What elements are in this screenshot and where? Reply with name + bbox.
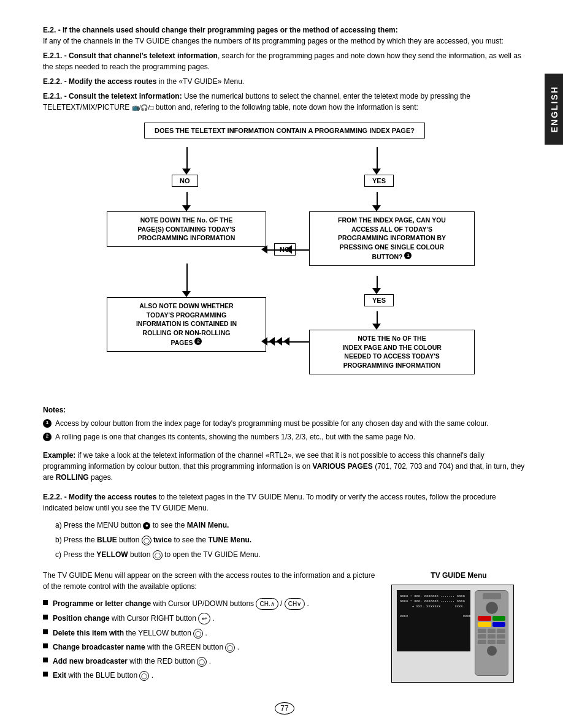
section-e21b-body2: button and, refering to the following ta… [156, 103, 418, 112]
bottom-left: The TV GUIDE Menu will appear on the scr… [43, 570, 379, 684]
flowchart-box-right-top: FROM THE INDEX PAGE, CAN YOUACCESS ALL O… [309, 211, 475, 266]
flowchart: DOES THE TELETEXT INFORMATION CONTAIN A … [70, 123, 499, 392]
tv-guide-label: TV GUIDE Menu [391, 570, 526, 581]
flowchart-yes-top: YES [364, 175, 394, 187]
example-label: Example: [43, 451, 75, 460]
note-1-bullet: 1 [43, 419, 52, 428]
bullet-square-6 [43, 672, 48, 677]
flowchart-top-question: DOES THE TELETEXT INFORMATION CONTAIN A … [144, 123, 425, 138]
section-e22b: E.2.2. - Modify the access routes to the… [43, 491, 526, 514]
bullet-list: Programme or letter change with Cursor U… [43, 598, 379, 681]
flowchart-box-left-top: NOTE DOWN THE No. OF THEPAGE(S) CONTAINI… [107, 211, 266, 247]
section-e22: E.2.2. - Modify the access routes in the… [43, 76, 526, 87]
bullet-square-1 [43, 600, 48, 605]
remote-control [475, 590, 508, 676]
section-e22-body: in the «TV GUIDE» Menu. [156, 77, 244, 86]
screen-content: xxxx → xxx. xxxxxxx ....... xxxx xxxx → … [400, 593, 467, 618]
tv-guide-screen: xxxx → xxx. xxxxxxx ....... xxxx xxxx → … [397, 590, 470, 651]
section-e2: E.2. - If the channels used should chang… [43, 25, 526, 47]
page-content: ENGLISH E.2. - If the channels used shou… [43, 25, 526, 715]
bottom-section: The TV GUIDE Menu will appear on the scr… [43, 570, 526, 684]
section-e21b: E.2.1. - Consult the teletext informatio… [43, 91, 526, 113]
flowchart-no-middle: NO [274, 243, 296, 256]
bullet-add: Add new broadcaster with the RED button … [43, 656, 379, 667]
note-1: 1 Access by colour button from the index… [43, 418, 526, 429]
bullet-delete: Delete this item with the YELLOW button … [43, 628, 379, 639]
flowchart-yes-middle: YES [364, 294, 394, 306]
page-number-container: 77 [43, 702, 526, 715]
example-bold1: VARIOUS PAGES [313, 462, 373, 471]
flowchart-box-left-bottom: ALSO NOTE DOWN WHETHERTODAY'S PROGRAMMIN… [107, 297, 266, 352]
english-tab: ENGLISH [545, 74, 563, 145]
notes-title: Notes: [43, 404, 526, 415]
tv-guide-image: xxxx → xxx. xxxxxxx ....... xxxx xxxx → … [391, 585, 514, 683]
section-e22-header: E.2.2. - Modify the access routes [43, 77, 156, 86]
example-bold2: ROLLING [56, 473, 89, 482]
bullet-exit: Exit with the BLUE button ◯ . [43, 670, 379, 681]
note-2-bullet: 2 [43, 433, 52, 441]
teletext-symbols: 📺/🎧/□ [132, 104, 154, 111]
tv-guide-body: The TV GUIDE Menu will appear on the scr… [43, 570, 379, 592]
flowchart-no-top: NO [172, 175, 198, 187]
example-para: Example: if we take a look at the telete… [43, 450, 526, 483]
flowchart-box-right-bottom: NOTE THE No OF THEINDEX PAGE AND THE COL… [309, 330, 475, 374]
section-e21-header: E.2.1. - Consult that channel's teletext… [43, 51, 218, 60]
bullet-square-4 [43, 643, 48, 648]
flowchart-container: DOES THE TELETEXT INFORMATION CONTAIN A … [43, 123, 526, 392]
page-number: 77 [275, 702, 294, 715]
section-e22b-header: E.2.2. - Modify the access routes [43, 493, 156, 501]
section-e21b-header: E.2.1. - Consult the teletext informatio… [43, 92, 182, 100]
example-text3: pages. [89, 473, 113, 482]
bullet-square-3 [43, 629, 48, 634]
note-1-text: Access by colour button from the index p… [55, 418, 489, 429]
notes-section: Notes: 1 Access by colour button from th… [43, 404, 526, 442]
bullet-square-2 [43, 615, 48, 620]
section-e2-body: If any of the channels in the TV GUIDE c… [43, 37, 504, 45]
bullet-position: Position change with Cursor RIGHT button… [43, 613, 379, 624]
bullet-programme: Programme or letter change with Cursor U… [43, 598, 379, 610]
step-c: c) Press the YELLOW button ◯ to open the… [55, 549, 526, 560]
bullet-square-5 [43, 658, 48, 662]
note-2-text: A rolling page is one that changes its c… [55, 431, 415, 442]
note-2: 2 A rolling page is one that changes its… [43, 431, 526, 442]
section-e21: E.2.1. - Consult that channel's teletext… [43, 50, 526, 72]
step-b: b) Press the BLUE button ◯ twice to see … [55, 534, 526, 545]
bottom-right: TV GUIDE Menu xxxx → xxx. xxxxxxx ......… [391, 570, 526, 684]
bullet-change-name: Change broadcaster name with the GREEN b… [43, 642, 379, 653]
steps-list: a) Press the MENU button ● to see the MA… [55, 520, 526, 560]
step-a: a) Press the MENU button ● to see the MA… [55, 520, 526, 531]
section-e2-header: E.2. - If the channels used should chang… [43, 26, 398, 34]
